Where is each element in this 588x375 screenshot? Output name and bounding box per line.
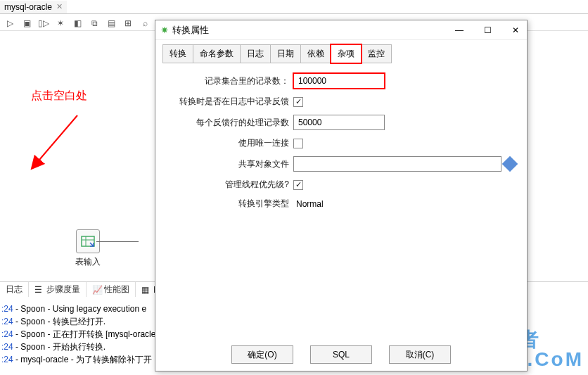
check-icon[interactable]: ⧉ <box>89 18 100 29</box>
tab-parameters[interactable]: 命名参数 <box>193 44 241 63</box>
svg-line-0 <box>35 115 77 165</box>
tab-log[interactable]: 日志 <box>0 282 29 297</box>
tab-misc[interactable]: 杂项 <box>331 44 362 63</box>
list-icon: ☰ <box>34 285 44 295</box>
hop-line <box>96 241 139 242</box>
workspace: mysql-oracle ✕ ▷ ▣ ▯▷ ✶ ◧ ⧉ ▤ ⊞ ⌕ 100% 点… <box>0 0 588 375</box>
chart-icon: 📈 <box>92 285 102 295</box>
dialog-body: 记录集合里的记录数： 转换时是否在日志中记录反馈 ✓ 每个反馈行的处理记录数 使… <box>155 63 527 224</box>
checkbox-unique-connection[interactable] <box>293 139 303 148</box>
cancel-button[interactable]: 取消(C) <box>389 345 451 364</box>
grid-icon: ▦ <box>141 285 151 295</box>
label-unique-connection: 使用唯一连接 <box>167 137 293 149</box>
db-icon[interactable]: ▤ <box>106 18 117 29</box>
tab-step-metrics[interactable]: ☰步骤度量 <box>29 282 87 297</box>
step-label: 表输入 <box>70 256 106 268</box>
tab-dates[interactable]: 日期 <box>270 44 301 63</box>
hint-annotation: 点击空白处 <box>31 89 87 103</box>
label-thread-priority: 管理线程优先级? <box>167 179 293 191</box>
close-button[interactable]: ✕ <box>510 25 521 36</box>
checkbox-log-feedback[interactable]: ✓ <box>293 97 303 107</box>
tab-logging[interactable]: 日志 <box>240 44 271 63</box>
editor-tabbar: mysql-oracle ✕ <box>0 0 588 14</box>
sql-button[interactable]: SQL <box>310 345 372 364</box>
preview-icon[interactable]: ◧ <box>72 18 83 29</box>
layout-icon[interactable]: ⊞ <box>122 18 134 29</box>
label-feedback-size: 每个反馈行的处理记录数 <box>167 117 293 129</box>
label-rowset-size: 记录集合里的记录数： <box>167 75 293 87</box>
ok-button[interactable]: 确定(O) <box>231 345 293 364</box>
maximize-button[interactable]: ☐ <box>482 25 493 36</box>
dialog-titlebar[interactable]: ✷ 转换属性 — ☐ ✕ <box>155 20 527 40</box>
input-rowset-size[interactable] <box>293 73 385 89</box>
dialog-tabs: 转换 命名参数 日志 日期 依赖 杂项 监控 <box>155 40 527 63</box>
app-icon: ✷ <box>161 25 168 35</box>
label-shared-file: 共享对象文件 <box>167 158 293 170</box>
editor-tab-mysql-oracle[interactable]: mysql-oracle ✕ <box>0 1 67 13</box>
label-log-feedback: 转换时是否在日志中记录反馈 <box>167 96 293 108</box>
stop-icon[interactable]: ▯▷ <box>38 18 49 29</box>
variable-picker-icon[interactable] <box>502 156 518 172</box>
pause-icon[interactable]: ▣ <box>21 18 32 29</box>
dialog-title: 转换属性 <box>172 24 209 37</box>
label-engine-type: 转换引擎类型 <box>167 198 293 210</box>
input-feedback-size[interactable] <box>293 115 385 130</box>
input-shared-file[interactable] <box>293 156 501 172</box>
step-table-input[interactable]: 表输入 <box>70 229 106 268</box>
tab-transform[interactable]: 转换 <box>162 44 193 63</box>
tab-monitoring[interactable]: 监控 <box>361 44 392 63</box>
search-icon[interactable]: ⌕ <box>139 18 151 29</box>
value-engine-type[interactable]: Normal <box>293 199 324 209</box>
debug-icon[interactable]: ✶ <box>55 18 66 29</box>
editor-tab-label: mysql-oracle <box>4 2 52 12</box>
transformation-properties-dialog: ✷ 转换属性 — ☐ ✕ 转换 命名参数 日志 日期 依赖 杂项 监控 记录集合… <box>155 20 528 371</box>
minimize-button[interactable]: — <box>454 25 465 36</box>
dialog-button-bar: 确定(O) SQL 取消(C) <box>155 345 527 364</box>
run-icon[interactable]: ▷ <box>4 18 15 29</box>
checkbox-thread-priority[interactable]: ✓ <box>293 180 303 190</box>
tab-dependencies[interactable]: 依赖 <box>300 44 331 63</box>
arrow-annotation <box>21 108 84 179</box>
close-icon[interactable]: ✕ <box>56 2 63 11</box>
tab-performance[interactable]: 📈性能图 <box>87 282 136 297</box>
